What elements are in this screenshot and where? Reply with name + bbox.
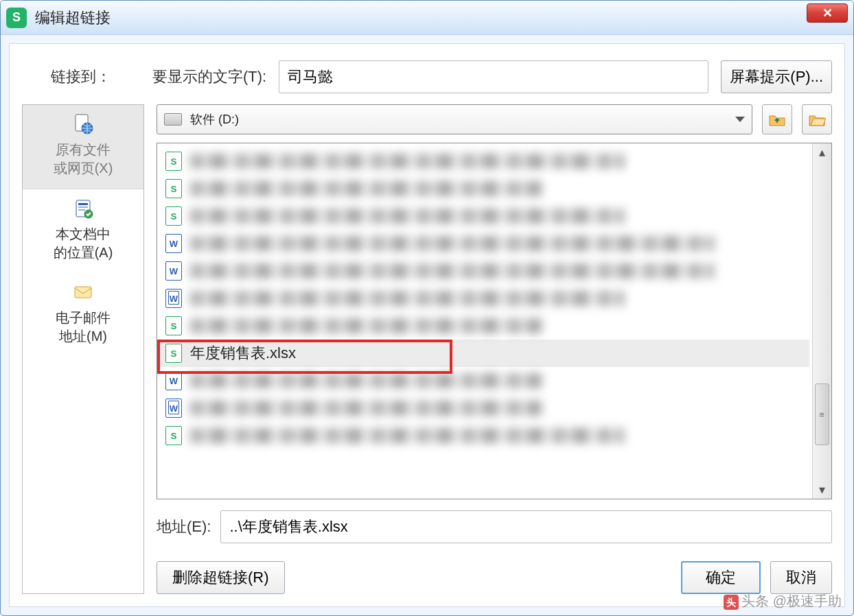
file-row[interactable]: W [160,285,809,312]
browse-button[interactable] [802,104,832,134]
linkto-existing-label2: 或网页(X) [27,159,139,178]
lookin-combo[interactable]: 软件 (D:) [157,104,752,134]
linkto-email-label1: 电子邮件 [27,309,139,327]
file-row[interactable]: S年度销售表.xlsx [160,340,809,367]
redacted-filename [190,401,542,416]
file-row[interactable]: W [160,230,809,257]
titlebar: S 编辑超链接 ✕ [1,1,853,35]
bottom-button-row: 删除超链接(R) 确定 取消 [157,561,832,594]
chevron-down-icon [735,117,745,122]
ok-button[interactable]: 确定 [681,561,761,594]
linkto-email-label2: 地址(M) [27,327,139,346]
file-name: 年度销售表.xlsx [190,343,296,364]
linkto-place-in-doc[interactable]: 本文档中 的位置(A) [23,189,143,273]
file-row[interactable]: W [160,367,809,394]
linkto-label: 链接到： [51,67,111,87]
redacted-filename [190,154,624,169]
middle-area: 原有文件 或网页(X) 本文档中 的位置(A) [22,104,832,594]
close-button[interactable]: ✕ [807,3,848,23]
redacted-filename [190,318,542,333]
word-file-icon: W [165,399,182,418]
file-row[interactable]: S [160,147,809,175]
remove-hyperlink-button[interactable]: 删除超链接(R) [157,561,285,594]
word-file-icon: W [165,234,182,253]
file-row[interactable]: S [160,175,809,202]
redacted-filename [190,236,714,251]
up-one-level-button[interactable] [762,104,792,134]
linkto-panel: 原有文件 或网页(X) 本文档中 的位置(A) [22,104,144,594]
linkto-place-label2: 的位置(A) [27,244,139,262]
display-text-input[interactable] [279,60,708,93]
dialog-body: 链接到： 要显示的文字(T): 屏幕提示(P)... 原有文件 或网页(X) [9,43,845,607]
word-file-icon: W [165,261,182,281]
close-icon: ✕ [822,5,833,21]
svg-rect-5 [78,209,85,211]
linkto-existing-file[interactable]: 原有文件 或网页(X) [23,105,143,189]
redacted-filename [190,209,624,224]
vertical-scrollbar[interactable]: ▴ ≡ ▾ [812,143,831,499]
drive-icon [164,113,182,126]
linkto-email[interactable]: 电子邮件 地址(M) [23,273,143,357]
redacted-filename [190,428,624,443]
redacted-filename [190,263,714,279]
scroll-down-button[interactable]: ▾ [813,481,831,499]
spreadsheet-file-icon: S [165,179,182,198]
cancel-button[interactable]: 取消 [770,561,832,594]
svg-rect-4 [78,206,88,208]
redacted-filename [190,181,542,196]
spreadsheet-file-icon: S [165,426,182,445]
address-label: 地址(E): [157,517,211,537]
linkto-place-label1: 本文档中 [27,225,139,244]
folder-up-icon [768,112,786,127]
lookin-row: 软件 (D:) [157,104,832,134]
file-row[interactable]: S [160,202,809,230]
scroll-up-button[interactable]: ▴ [813,143,831,161]
spreadsheet-file-icon: S [165,206,182,226]
word-file-icon: W [165,371,182,390]
spreadsheet-file-icon: S [165,344,182,363]
file-scrollarea: SSSWWWSS年度销售表.xlsxWWS [157,143,812,499]
window-title: 编辑超链接 [35,8,111,28]
svg-rect-7 [75,287,91,298]
address-row: 地址(E): [157,510,832,543]
file-row[interactable]: S [160,422,809,449]
lookin-text: 软件 (D:) [190,111,239,128]
word-file-icon: W [165,289,182,308]
file-listbox[interactable]: SSSWWWSS年度销售表.xlsxWWS ▴ ≡ ▾ [157,143,832,499]
scroll-thumb[interactable]: ≡ [815,383,829,445]
linkto-existing-label1: 原有文件 [27,141,139,159]
folder-open-icon [808,112,826,127]
file-row[interactable]: S [160,312,809,340]
file-row[interactable]: W [160,394,809,422]
screentip-button[interactable]: 屏幕提示(P)... [721,60,832,93]
email-icon [72,281,94,303]
app-icon: S [6,8,27,28]
address-input[interactable] [220,510,832,543]
display-text-label: 要显示的文字(T): [152,67,266,87]
file-row[interactable]: W [160,257,809,285]
redacted-filename [190,291,624,306]
spreadsheet-file-icon: S [165,316,182,335]
redacted-filename [190,373,542,388]
right-column: 软件 (D:) [157,104,832,594]
svg-rect-3 [78,203,88,205]
dialog-window: S 编辑超链接 ✕ 链接到： 要显示的文字(T): 屏幕提示(P)... [0,0,854,616]
top-row: 链接到： 要显示的文字(T): 屏幕提示(P)... [51,60,832,93]
page-globe-icon [72,113,94,135]
spreadsheet-file-icon: S [165,152,182,171]
document-place-icon [72,198,94,220]
